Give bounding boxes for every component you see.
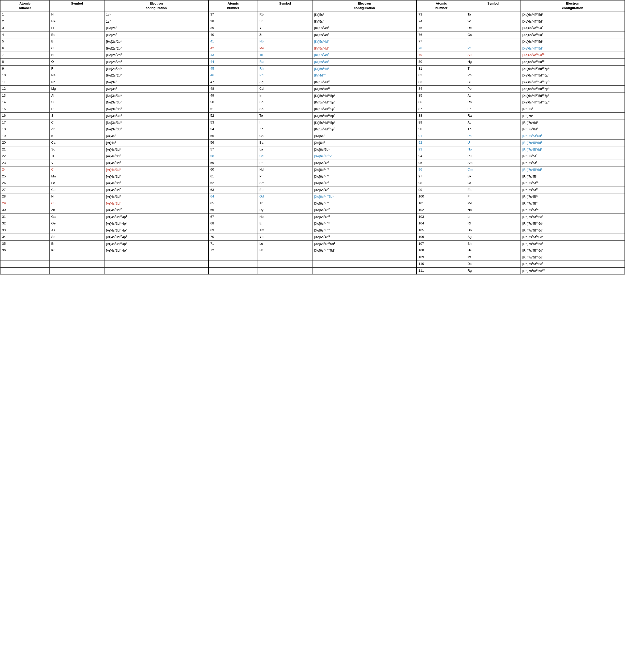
- table-cell: Ge: [50, 220, 104, 227]
- table-cell: Sg: [466, 234, 520, 241]
- table-cell: 52: [209, 113, 258, 119]
- table-cell: [Rn]7s25f146d1: [521, 214, 625, 220]
- table-cell: 55: [209, 133, 258, 140]
- table-cell: Sb: [258, 106, 312, 113]
- table-cell: 72: [209, 247, 258, 254]
- table-cell: Ho: [258, 214, 312, 220]
- table-row: 30Zn[Ar]4s23d1066Dy[Xe]6s24f10102No[Rn]7…: [0, 207, 625, 214]
- table-cell: Ce: [258, 153, 312, 160]
- table-cell: 34: [0, 234, 50, 241]
- table-cell: Ir: [466, 39, 520, 45]
- table-row: 16S[Ne]3s23p452Te[Kr]5s14d105p488Ra[Rn]7…: [0, 113, 625, 119]
- table-cell: 63: [209, 187, 258, 193]
- table-cell: B: [50, 39, 104, 45]
- table-cell: Cm: [466, 166, 520, 173]
- table-cell: Au: [466, 52, 520, 59]
- table-cell: [Ne]3s23p1: [104, 92, 208, 99]
- table-cell: Lu: [258, 240, 312, 247]
- table-cell: Ba: [258, 140, 312, 146]
- table-cell: [Xe]6s24f6: [312, 180, 416, 187]
- table-cell: I: [258, 119, 312, 126]
- table-cell: [Rn]7s25f11: [521, 187, 625, 193]
- table-cell: Ti: [50, 153, 104, 160]
- table-cell: Rh: [258, 65, 312, 72]
- table-cell: Zr: [258, 31, 312, 39]
- table-cell: [He]2s22p6: [104, 72, 208, 79]
- table-cell: [Ar]4s23d104p1: [104, 214, 208, 220]
- table-cell: [0, 267, 50, 274]
- table-cell: 105: [416, 227, 466, 234]
- header-ec-3: Electronconfiguration: [521, 0, 625, 11]
- table-cell: 66: [209, 207, 258, 214]
- table-cell: [209, 261, 258, 268]
- table-cell: 44: [209, 58, 258, 65]
- table-cell: [Xe]6s24f145d106p2: [521, 72, 625, 79]
- table-cell: Ni: [50, 193, 104, 200]
- table-cell: 56: [209, 140, 258, 146]
- table-cell: [Ar]4s23d7: [104, 187, 208, 193]
- table-cell: 82: [416, 72, 466, 79]
- table-cell: Co: [50, 187, 104, 193]
- table-cell: [Xe]6s24f75d1: [312, 193, 416, 200]
- table-row: 5B[He]2s22p141Nb[Kr]5s14d477Ir[Xe]6s24f1…: [0, 39, 625, 45]
- table-cell: Sc: [50, 146, 104, 153]
- table-cell: [Xe]6s14f145d9: [521, 45, 625, 52]
- table-cell: At: [466, 92, 520, 99]
- table-row: 35Br[Ar]4s23d104p571Lu[Xe]6s24f145d1107B…: [0, 240, 625, 247]
- table-cell: H: [50, 11, 104, 18]
- table-row: 34Se[Ar]4s23d104p470Yb[Xe]6s24f14106Sg[R…: [0, 234, 625, 241]
- table-cell: 71: [209, 240, 258, 247]
- table-cell: Pr: [258, 160, 312, 166]
- table-cell: 28: [0, 193, 50, 200]
- table-cell: 40: [209, 31, 258, 39]
- table-cell: [Rn]7s25f146d4: [521, 234, 625, 241]
- table-cell: 90: [416, 126, 466, 133]
- table-cell: 93: [416, 146, 466, 153]
- table-cell: [Ar]4s23d104p3: [104, 227, 208, 234]
- table-cell: 110: [416, 261, 466, 268]
- table-cell: Sn: [258, 99, 312, 106]
- table-cell: [Ar]4s23d2: [104, 153, 208, 160]
- table-cell: 12: [0, 86, 50, 93]
- table-cell: [Ne]3s23p2: [104, 99, 208, 106]
- table-cell: Pu: [466, 153, 520, 160]
- table-cell: Rn: [466, 99, 520, 106]
- table-row: 1H1s137Rb[Kr]5s173Ta[Xe]6s24f145d3: [0, 11, 625, 18]
- table-cell: 43: [209, 52, 258, 59]
- table-cell: 75: [416, 25, 466, 32]
- table-cell: 20: [0, 140, 50, 146]
- table-cell: Bh: [466, 240, 520, 247]
- table-cell: Am: [466, 160, 520, 166]
- table-cell: 54: [209, 126, 258, 133]
- table-cell: Cs: [258, 133, 312, 140]
- table-cell: 69: [209, 227, 258, 234]
- table-cell: [312, 267, 416, 274]
- header-atomic-number-3: Atomicnumber: [416, 0, 466, 11]
- table-cell: 41: [209, 39, 258, 45]
- table-cell: Th: [466, 126, 520, 133]
- table-cell: 17: [0, 119, 50, 126]
- table-cell: [Ne]3s2: [104, 86, 208, 93]
- table-cell: Es: [466, 187, 520, 193]
- header-symbol-3: Symbol: [466, 0, 520, 11]
- table-cell: [Xe]6s24f9: [312, 200, 416, 207]
- table-cell: Cr: [50, 166, 104, 173]
- table-row: 110Ds[Rn]7s15f146d9: [0, 261, 625, 268]
- table-cell: [Ar]4s23d8: [104, 193, 208, 200]
- table-cell: Pd: [258, 72, 312, 79]
- table-cell: 111: [416, 267, 466, 274]
- table-cell: Cd: [258, 86, 312, 93]
- table-cell: Na: [50, 79, 104, 86]
- table-cell: [Xe]6s24f13: [312, 227, 416, 234]
- table-cell: Md: [466, 200, 520, 207]
- header-symbol-2: Symbol: [258, 0, 312, 11]
- table-cell: [Kr]5s24d1: [312, 25, 416, 32]
- table-cell: U: [466, 140, 520, 146]
- table-row: 111Rg[Rn]7s15f146d10: [0, 267, 625, 274]
- table-cell: Sm: [258, 180, 312, 187]
- table-cell: [Rn]7s25f12: [521, 193, 625, 200]
- table-cell: Cf: [466, 180, 520, 187]
- table-row: 13Al[Ne]3s23p149In[Kr]5s14d105p185At[Xe]…: [0, 92, 625, 99]
- table-cell: [Xe]6s24f15d1: [312, 153, 416, 160]
- table-cell: [Ar]4s2: [104, 140, 208, 146]
